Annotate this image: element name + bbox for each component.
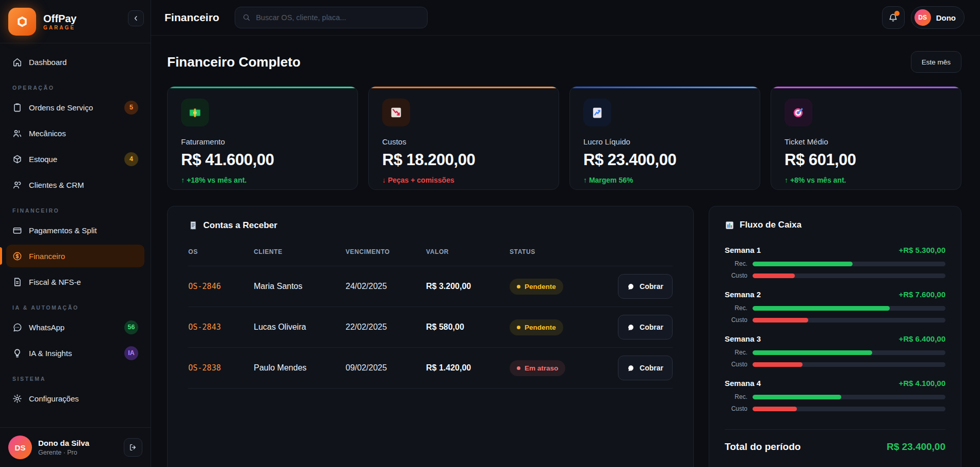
sidebar-section-operation: OPERAÇÃO bbox=[12, 85, 138, 91]
sidebar-item-label: Ordens de Serviço bbox=[29, 103, 93, 112]
client-name: Paulo Mendes bbox=[254, 363, 346, 373]
sidebar: OffPay GARAGE Dashboard OPERAÇÃO Ordens … bbox=[0, 0, 151, 467]
app-logo bbox=[8, 8, 36, 36]
sidebar-item-whatsapp[interactable]: WhatsApp 56 bbox=[6, 316, 144, 339]
status-badge: Pendente bbox=[510, 279, 563, 295]
period-filter-button[interactable]: Este mês bbox=[911, 51, 961, 73]
user-info: Dono da Silva Gerente · Pro bbox=[38, 439, 89, 456]
user-role: Gerente · Pro bbox=[38, 449, 89, 456]
sidebar-item-payments[interactable]: Pagamentos & Split bbox=[6, 219, 144, 241]
lower-panels: Contas a Receber OS CLIENTE VENCIMENTO V… bbox=[167, 206, 961, 467]
ia-badge: IA bbox=[124, 346, 138, 360]
avatar: DS bbox=[914, 9, 931, 26]
sidebar-item-settings[interactable]: Configurações bbox=[6, 387, 144, 410]
sidebar-item-label: WhatsApp bbox=[29, 323, 64, 332]
sidebar-collapse-button[interactable] bbox=[128, 10, 144, 26]
user-name: Dono da Silva bbox=[38, 439, 89, 447]
sidebar-item-mechanics[interactable]: Mecânicos bbox=[6, 122, 144, 144]
cashflow-title: Fluxo de Caixa bbox=[725, 220, 945, 230]
stat-delta: ↑ +8% vs mês ant. bbox=[785, 176, 948, 184]
rec-bar-track bbox=[753, 395, 945, 399]
sidebar-item-orders[interactable]: Ordens de Serviço 5 bbox=[6, 96, 144, 119]
stat-delta: ↑ +18% vs mês ant. bbox=[181, 176, 344, 184]
sidebar-item-insights[interactable]: IA & Insights IA bbox=[6, 342, 144, 364]
stat-delta: ↑ Margem 56% bbox=[583, 176, 746, 184]
box-icon bbox=[12, 154, 22, 164]
total-value: R$ 23.400,00 bbox=[887, 441, 945, 453]
chart-up-icon bbox=[583, 99, 611, 126]
os-id[interactable]: OS-2846 bbox=[188, 282, 254, 291]
os-id[interactable]: OS-2843 bbox=[188, 323, 254, 332]
logout-icon bbox=[129, 443, 137, 452]
cost-bar-fill bbox=[753, 318, 808, 323]
main-area: Financeiro DS Dono Financeiro Completo E… bbox=[151, 0, 980, 467]
sidebar-item-label: Estoque bbox=[29, 155, 57, 164]
rec-bar-fill bbox=[753, 350, 872, 355]
stat-value: R$ 601,00 bbox=[785, 151, 948, 169]
stat-cards: Faturamento R$ 41.600,00 ↑ +18% vs mês a… bbox=[167, 86, 961, 190]
sidebar-item-financial[interactable]: Financeiro bbox=[6, 245, 144, 267]
card-faturamento: Faturamento R$ 41.600,00 ↑ +18% vs mês a… bbox=[167, 86, 358, 190]
stat-value: R$ 41.600,00 bbox=[181, 151, 344, 169]
table-row: OS-2846 Maria Santos 24/02/2025 R$ 3.200… bbox=[188, 266, 673, 307]
table-row: OS-2843 Lucas Oliveira 22/02/2025 R$ 580… bbox=[188, 307, 673, 347]
amount: R$ 580,00 bbox=[426, 323, 510, 332]
sidebar-item-dashboard[interactable]: Dashboard bbox=[6, 51, 144, 73]
chart-down-icon bbox=[382, 99, 410, 126]
search-icon bbox=[242, 13, 251, 22]
document-icon bbox=[12, 277, 22, 287]
rec-bar-fill bbox=[753, 395, 841, 399]
page-title: Financeiro Completo bbox=[167, 54, 301, 70]
search-box bbox=[235, 7, 428, 28]
cost-bar-fill bbox=[753, 362, 803, 367]
rec-bar-fill bbox=[753, 306, 890, 311]
cashflow-total-row: Total do período R$ 23.400,00 bbox=[725, 429, 945, 453]
users-icon bbox=[12, 128, 22, 138]
stat-label: Ticket Médio bbox=[785, 137, 948, 146]
week-label: Semana 3 bbox=[725, 334, 761, 343]
brand-block: OffPay GARAGE bbox=[43, 13, 76, 30]
cashflow-week: Semana 2 +R$ 7.600,00 Rec. Custo bbox=[725, 290, 945, 324]
sidebar-item-label: Clientes & CRM bbox=[29, 181, 84, 189]
cost-bar-row: Custo bbox=[725, 361, 945, 368]
os-id[interactable]: OS-2838 bbox=[188, 363, 254, 373]
sidebar-item-fiscal[interactable]: Fiscal & NFS-e bbox=[6, 270, 144, 293]
due-date: 22/02/2025 bbox=[346, 323, 426, 332]
week-net: +R$ 4.100,00 bbox=[899, 379, 946, 388]
notifications-button[interactable] bbox=[882, 6, 905, 29]
speech-bubble-icon bbox=[627, 364, 635, 372]
sidebar-header: OffPay GARAGE bbox=[0, 0, 151, 43]
week-head: Semana 4 +R$ 4.100,00 bbox=[725, 379, 945, 388]
user-menu-chip[interactable]: DS Dono bbox=[911, 6, 965, 29]
chevron-left-icon bbox=[133, 15, 139, 22]
page-content: Financeiro Completo Este mês Faturamento… bbox=[151, 36, 980, 467]
week-label: Semana 4 bbox=[725, 379, 761, 388]
rec-bar-track bbox=[753, 262, 945, 266]
sidebar-item-label: Pagamentos & Split bbox=[29, 226, 97, 235]
cost-label: Custo bbox=[725, 316, 747, 324]
logout-button[interactable] bbox=[124, 438, 142, 457]
sidebar-item-label: IA & Insights bbox=[29, 349, 72, 358]
week-net: +R$ 5.300,00 bbox=[899, 246, 946, 254]
cobrar-button[interactable]: Cobrar bbox=[618, 315, 673, 340]
lightbulb-icon bbox=[12, 348, 22, 358]
cashflow-panel: Fluxo de Caixa Semana 1 +R$ 5.300,00 Rec… bbox=[709, 206, 961, 467]
receivables-title-text: Contas a Receber bbox=[203, 220, 277, 231]
card-ticket-medio: Ticket Médio R$ 601,00 ↑ +8% vs mês ant. bbox=[771, 86, 961, 190]
sidebar-item-clients[interactable]: Clientes & CRM bbox=[6, 173, 144, 196]
sidebar-item-inventory[interactable]: Estoque 4 bbox=[6, 148, 144, 170]
cobrar-button[interactable]: Cobrar bbox=[618, 356, 673, 380]
clients-icon bbox=[12, 180, 22, 190]
credit-card-icon bbox=[12, 226, 22, 235]
col-status: STATUS bbox=[510, 248, 603, 255]
cobrar-button[interactable]: Cobrar bbox=[618, 274, 673, 299]
search-input[interactable] bbox=[256, 13, 420, 22]
page-header: Financeiro Completo Este mês bbox=[167, 51, 961, 73]
rec-bar-row: Rec. bbox=[725, 393, 945, 400]
stat-delta: ↓ Peças + comissões bbox=[382, 176, 545, 184]
topbar-title: Financeiro bbox=[165, 11, 219, 24]
status-badge: Em atraso bbox=[510, 360, 565, 376]
cashflow-title-text: Fluxo de Caixa bbox=[740, 220, 802, 230]
speech-bubble-icon bbox=[627, 283, 635, 291]
notification-dot bbox=[894, 11, 900, 16]
